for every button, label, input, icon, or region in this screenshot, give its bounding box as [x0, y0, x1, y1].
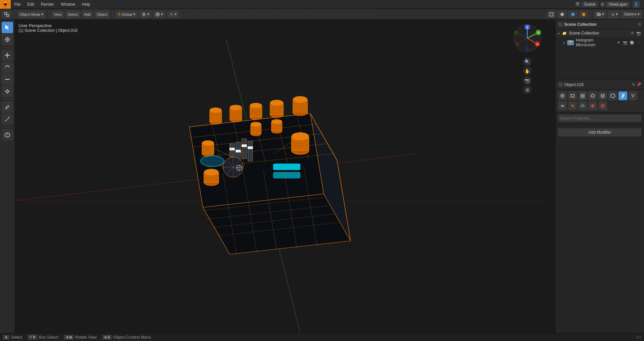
toolbar-sep-5 — [591, 11, 591, 18]
prop-obj-properties-btn[interactable] — [598, 101, 607, 110]
menu-window[interactable]: Window — [57, 0, 78, 8]
properties-options-btn[interactable]: ⚙ — [632, 82, 635, 87]
svg-point-140 — [515, 42, 519, 46]
menu-file[interactable]: File — [11, 0, 24, 8]
item-options-toggle[interactable]: ⋯ — [636, 40, 641, 45]
editor-type-btn[interactable] — [2, 11, 11, 18]
snap-btn[interactable]: ▾ — [153, 11, 165, 18]
svg-marker-33 — [9, 79, 10, 80]
prop-render-btn[interactable] — [558, 91, 567, 100]
svg-point-14 — [571, 13, 575, 16]
vis-toggle[interactable]: 👁 — [630, 30, 635, 36]
hologram-item-label: Hologram Microcosm — [576, 38, 614, 47]
header-toolbar: Object Mode ▾ View Select Add Object ⊕ G… — [0, 9, 644, 20]
add-cube-btn[interactable] — [2, 129, 13, 141]
svg-point-83 — [251, 122, 261, 127]
annotate-tool-btn[interactable] — [2, 101, 13, 113]
top-menu-bar: File Edit Render Window Help 🎬 Scene 🖼 V… — [0, 0, 644, 9]
outliner-filter-btn[interactable]: ⚙ — [638, 22, 641, 26]
svg-point-2 — [5, 2, 6, 3]
menu-render[interactable]: Render — [38, 0, 57, 8]
viewport-add-btn[interactable]: Add — [82, 11, 93, 18]
toolbar-sep-3 — [112, 11, 113, 18]
shading-wire-btn[interactable] — [547, 11, 556, 18]
svg-point-92 — [202, 140, 214, 146]
svg-line-158 — [632, 95, 633, 97]
scene-name[interactable]: Scene — [581, 1, 598, 7]
properties-search-input[interactable] — [558, 115, 641, 122]
outliner-header: ⬛ Scene Collection ⚙ — [555, 20, 644, 29]
transform-space-btn[interactable]: ⊕ Global ▾ — [115, 11, 138, 18]
right-panel: ⬛ Scene Collection ⚙ ▸ 📁 Scene Collectio… — [555, 20, 644, 333]
prop-object-btn[interactable] — [608, 91, 617, 100]
shading-render-btn[interactable] — [579, 11, 588, 18]
item-vis-toggle[interactable]: 👁 — [616, 40, 621, 45]
viewport-view-btn[interactable]: View — [51, 11, 64, 18]
svg-point-15 — [582, 13, 585, 16]
svg-rect-99 — [241, 144, 247, 147]
user-prefs-btn[interactable]: 👤 — [633, 1, 640, 8]
svg-line-19 — [612, 14, 614, 16]
prop-material-btn[interactable] — [588, 101, 597, 110]
overlay-btn[interactable]: ▾ — [594, 11, 606, 18]
svg-rect-3 — [5, 12, 7, 14]
move-tool-btn[interactable] — [2, 50, 13, 61]
gizmo-btn[interactable]: ▾ — [608, 11, 620, 18]
menu-help[interactable]: Help — [78, 0, 94, 8]
version-badge: 3.0 — [636, 335, 641, 340]
viewport-3d[interactable]: User Perspective (1) Scene Collection | … — [15, 20, 546, 333]
viewport-select-btn[interactable]: Select — [65, 11, 80, 18]
status-rotate: 🖱M Rotate View — [64, 335, 97, 340]
svg-rect-100 — [248, 146, 253, 149]
status-key-ctx: 🖱R — [102, 335, 112, 340]
prop-modifier-btn[interactable] — [619, 91, 627, 100]
pan-btn[interactable]: ✋ — [523, 67, 532, 75]
measure-tool-btn[interactable] — [2, 114, 13, 125]
viewlayer-name[interactable]: ViewLayer — [606, 1, 630, 7]
svg-text:Z: Z — [526, 26, 528, 29]
shading-material-btn[interactable] — [568, 11, 578, 18]
viewport-object-btn[interactable]: Object — [94, 11, 110, 18]
status-key-rotate: 🖱M — [64, 335, 74, 340]
prop-viewlayer-btn[interactable] — [578, 91, 587, 100]
transform-pivot-btn[interactable]: ▾ — [139, 11, 152, 18]
camera-btn[interactable]: 📷 — [523, 76, 532, 85]
select-tool-btn[interactable] — [2, 22, 13, 33]
transform-tool-btn[interactable] — [2, 86, 13, 97]
options-btn[interactable]: Options ▾ — [622, 11, 642, 18]
prop-object-data-btn[interactable] — [578, 101, 587, 110]
item-select-toggle[interactable]: 🔘 — [629, 40, 635, 45]
hologram-item-icons: 👁 📷 🔘 ⋯ — [616, 40, 641, 45]
rotate-tool-btn[interactable] — [2, 62, 13, 73]
prop-physics-btn[interactable] — [558, 101, 567, 110]
prop-scene-btn[interactable] — [588, 91, 597, 100]
menu-items: File Edit Render Window Help — [11, 0, 94, 8]
axis-gizmo[interactable]: Z X Y — [512, 23, 542, 53]
svg-point-71 — [230, 105, 242, 110]
properties-pin-btn[interactable]: 📌 — [637, 82, 641, 87]
toolbar-sep-1 — [14, 11, 14, 18]
proportional-edit-btn[interactable]: ▾ — [167, 11, 179, 18]
outliner-icon: ⬛ — [558, 22, 563, 26]
menu-edit[interactable]: Edit — [24, 0, 38, 8]
prop-output-btn[interactable] — [568, 91, 577, 100]
shading-solid-btn[interactable] — [557, 11, 567, 18]
zoom-fit-btn[interactable]: 🔍 — [523, 57, 532, 66]
outliner-item-hologram[interactable]: ▸ 📦 Hologram Microcosm 👁 📷 🔘 ⋯ — [555, 37, 644, 48]
prop-world-btn[interactable] — [598, 91, 607, 100]
prop-constraints-btn[interactable] — [568, 101, 577, 110]
cursor-tool-btn[interactable] — [2, 34, 13, 45]
prop-particles-btn[interactable] — [629, 91, 637, 100]
svg-point-123 — [201, 156, 224, 166]
item-render-toggle[interactable]: 📷 — [623, 40, 628, 45]
add-modifier-btn[interactable]: Add Modifier — [558, 128, 641, 136]
render-toggle[interactable]: 📷 — [636, 30, 641, 36]
grid-btn[interactable]: ⊞ — [523, 85, 532, 94]
viewport-canvas — [15, 20, 546, 333]
scale-tool-btn[interactable] — [2, 74, 13, 85]
svg-rect-34 — [6, 90, 8, 92]
left-sep-2 — [3, 99, 12, 99]
status-bar: 🖱 Select ⇧🖱 Box Select 🖱M Rotate View 🖱R… — [0, 333, 644, 341]
svg-text:X: X — [536, 43, 538, 46]
object-mode-btn[interactable]: Object Mode ▾ — [17, 11, 46, 18]
